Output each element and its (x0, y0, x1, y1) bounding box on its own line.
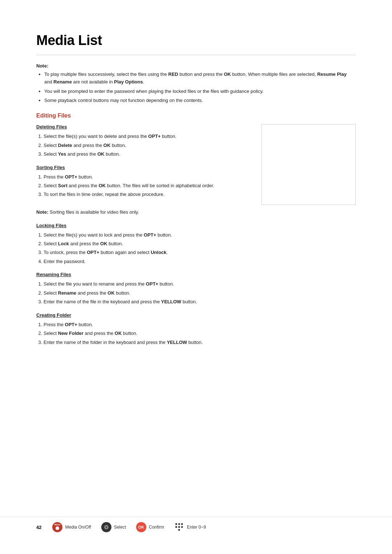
locking-files-title: Locking Files (36, 223, 356, 228)
note-label: Note: (36, 63, 356, 69)
left-col: Deleting Files Select the file(s) you wa… (36, 124, 250, 205)
footer-icons: MEDIA Media On/Off Select OK Confirm (52, 522, 356, 532)
folder-step-3: Enter the name of the folder in the keyb… (44, 338, 356, 346)
renaming-files-title: Renaming Files (36, 272, 356, 277)
confirm-label: Confirm (149, 525, 164, 530)
lock-step-3: To unlock, press the OPT+ button again a… (44, 249, 356, 256)
numpad-icon (174, 522, 184, 532)
deleting-files-list: Select the file(s) you want to delete an… (36, 132, 250, 158)
select-icon (101, 522, 111, 532)
rename-step-3: Enter the name of the file in the keyboa… (44, 298, 356, 305)
select-label: Select (114, 525, 126, 530)
note-item-1: To play multiple files successively, sel… (44, 71, 356, 86)
sorting-files-section: Sorting Files Press the OPT+ button. Sel… (36, 165, 250, 198)
power-dot (56, 526, 59, 530)
right-col-image-box (261, 124, 356, 205)
sorting-files-title: Sorting Files (36, 165, 250, 170)
creating-folder-title: Creating Folder (36, 312, 356, 318)
lock-step-2: Select Lock and press the OK button. (44, 240, 356, 247)
renaming-files-list: Select the file you want to rename and p… (36, 280, 356, 305)
lock-step-1: Select the file(s) you want to lock and … (44, 231, 356, 239)
lock-step-4: Enter the password. (44, 258, 356, 265)
sort-step-3: To sort the files in time order, repeat … (44, 190, 250, 198)
media-on-off-icon: MEDIA (52, 522, 62, 532)
ok-icon: OK (136, 522, 146, 532)
creating-folder-list: Press the OPT+ button. Select New Folder… (36, 321, 356, 346)
page-number: 42 (36, 525, 41, 530)
deleting-files-section: Deleting Files Select the file(s) you wa… (36, 124, 250, 158)
footer-icon-media: MEDIA Media On/Off (52, 522, 91, 532)
rename-step-1: Select the file you want to rename and p… (44, 280, 356, 288)
rename-step-2: Select Rename and press the OK button. (44, 289, 356, 297)
renaming-files-section: Renaming Files Select the file you want … (36, 272, 356, 305)
locking-files-list: Select the file(s) you want to lock and … (36, 231, 356, 266)
note-item-3: Some playback control buttons may not fu… (44, 97, 356, 104)
note-item-2: You will be prompted to enter the passwo… (44, 88, 356, 95)
two-col-layout: Deleting Files Select the file(s) you wa… (36, 124, 356, 205)
folder-step-2: Select New Folder and press the OK butto… (44, 329, 356, 337)
sorting-note: Note: Sorting files is available for vid… (36, 209, 356, 216)
footer-icon-confirm: OK Confirm (136, 522, 164, 532)
delete-step-1: Select the file(s) you want to delete an… (44, 132, 250, 140)
page-title: Media List (36, 33, 356, 48)
media-on-off-label: Media On/Off (65, 525, 91, 530)
footer-bar: 42 MEDIA Media On/Off Select (0, 517, 392, 532)
note-list: To play multiple files successively, sel… (36, 71, 356, 104)
locking-files-section: Locking Files Select the file(s) you wan… (36, 223, 356, 266)
footer-icon-select: Select (101, 522, 126, 532)
creating-folder-section: Creating Folder Press the OPT+ button. S… (36, 312, 356, 346)
delete-step-2: Select Delete and press the OK button. (44, 141, 250, 149)
page: Media List Note: To play multiple files … (0, 0, 392, 554)
footer-icon-numpad: Enter 0~9 (174, 522, 206, 532)
enter-0-9-label: Enter 0~9 (187, 525, 206, 530)
sort-step-1: Press the OPT+ button. (44, 173, 250, 181)
title-divider (36, 55, 356, 55)
deleting-files-title: Deleting Files (36, 124, 250, 130)
editing-files-title: Editing Files (36, 112, 356, 119)
sorting-files-list: Press the OPT+ button. Select Sort and p… (36, 173, 250, 198)
delete-step-3: Select Yes and press the OK button. (44, 150, 250, 158)
folder-step-1: Press the OPT+ button. (44, 321, 356, 328)
note-block: Note: To play multiple files successivel… (36, 63, 356, 104)
sort-step-2: Select Sort and press the OK button. The… (44, 182, 250, 189)
